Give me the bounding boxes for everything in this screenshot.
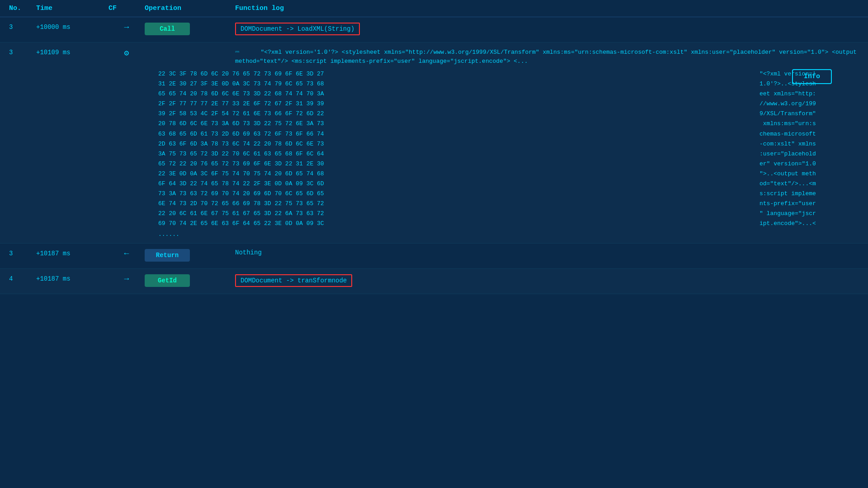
hex-column: 22 3C 3F 78 6D 6C 20 76 65 72 73 69 6F 6… [158, 69, 760, 229]
row-return-no: 3 [9, 249, 36, 257]
arrow-right-icon: → [124, 23, 129, 32]
row-call-cf: → [108, 23, 145, 32]
row-getid-time: +10187 ms [36, 274, 108, 282]
arrow-right-icon-2: → [124, 274, 129, 283]
hex-line-9: 65 72 22 20 76 65 72 73 69 6F 6E 3D 22 3… [158, 159, 760, 169]
hex-line-11: 6F 64 3D 22 74 65 78 74 22 2F 3E 0D 0A 0… [158, 179, 760, 189]
ellipsis-hex: ... [158, 231, 169, 238]
header-funclog: Function log [235, 5, 859, 12]
hex-line-6: 63 68 65 6D 61 73 2D 6D 69 63 72 6F 73 6… [158, 129, 760, 139]
table-header: No. Time CF Operation Function log [0, 0, 868, 17]
hex-line-14: 22 20 6C 61 6E 67 75 61 67 65 3D 22 6A 7… [158, 209, 760, 219]
info-button[interactable]: Info [792, 69, 832, 84]
text-line-6: chemas-microsoft [760, 129, 859, 139]
text-column: "<?xml version=' 1.0'?>..<stylesh eet xm… [760, 69, 859, 229]
row-expanded-cf: ⚙ [108, 48, 145, 58]
hex-line-13: 6E 74 73 2D 70 72 65 66 69 78 3D 22 75 7… [158, 199, 760, 209]
hex-line-2: 65 65 74 20 78 6D 6C 6E 73 3D 22 68 74 7… [158, 89, 760, 99]
row-return-cf: ← [108, 249, 145, 258]
header-operation: Operation [145, 5, 235, 12]
ellipsis-row: ... ... [9, 231, 268, 238]
hex-line-15: 69 70 74 2E 65 6E 63 6F 64 65 22 3E 0D 0… [158, 219, 760, 229]
hex-line-10: 22 3E 0D 0A 3C 6F 75 74 70 75 74 20 6D 6… [158, 169, 760, 179]
gear-icon: ⚙ [124, 48, 129, 58]
hex-line-4: 39 2F 58 53 4C 2F 54 72 61 6E 73 66 6F 7… [158, 109, 760, 119]
text-line-2: eet xmlns="http: [760, 89, 859, 99]
text-line-15: ipt.encode">...< [760, 219, 859, 229]
text-line-5: xmlns:ms="urn:s [760, 119, 859, 129]
row-getid-operation: GetId [145, 274, 235, 287]
getid-funclog-text: DOMDocument -> tranSformnode [235, 274, 352, 287]
row-getid-cf: → [108, 274, 145, 283]
hex-line-5: 20 78 6D 6C 6E 73 3A 6D 73 3D 22 75 72 6… [158, 119, 760, 129]
text-line-7: -com:xslt" xmlns [760, 139, 859, 149]
hex-text-container: 22 3C 3F 78 6D 6C 20 76 65 72 73 69 6F 6… [9, 69, 859, 229]
header-no: No. [9, 5, 36, 12]
row-return-operation: Return [145, 249, 235, 262]
call-button[interactable]: Call [145, 23, 190, 35]
row-return-time: +10187 ms [36, 249, 108, 257]
text-line-10: ">..<output meth [760, 169, 859, 179]
copy-icon[interactable]: ⎓ [235, 48, 240, 56]
arrow-left-icon: ← [124, 249, 129, 258]
row-call-operation: Call [145, 23, 235, 35]
xml-preview-text: "<?xml version='1.0'?> <stylesheet xmlns… [235, 49, 857, 65]
text-line-4: 9/XSL/Transform" [760, 109, 859, 119]
return-funclog-text: Nothing [235, 248, 262, 256]
call-funclog-text: DOMDocument -> LoadXML(String) [235, 23, 360, 35]
header-cf: CF [108, 5, 145, 12]
text-line-14: " language="jscr [760, 209, 859, 219]
hex-line-1: 31 2E 30 27 3F 3E 0D 0A 3C 73 74 79 6C 6… [158, 79, 760, 89]
hex-line-3: 2F 2F 77 77 77 2E 77 33 2E 6F 72 67 2F 3… [158, 99, 760, 109]
text-line-8: :user="placehold [760, 149, 859, 159]
expanded-top: 3 +10109 ms ⚙ ⎓ "<?xml version='1.0'?> <… [9, 48, 859, 66]
text-line-3: //www.w3.org/199 [760, 99, 859, 109]
hex-line-12: 73 3A 73 63 72 69 70 74 20 69 6D 70 6C 6… [158, 189, 760, 199]
text-line-11: od="text"/>...<m [760, 179, 859, 189]
ellipsis-text: ... [169, 231, 268, 238]
text-line-13: nts-prefix="user [760, 199, 859, 209]
row-expanded: 3 +10109 ms ⚙ ⎓ "<?xml version='1.0'?> <… [0, 42, 868, 244]
row-call: 3 +10000 ms → Call DOMDocument -> LoadXM… [0, 17, 868, 42]
hex-line-0: 22 3C 3F 78 6D 6C 20 76 65 72 73 69 6F 6… [158, 69, 760, 79]
text-line-12: s:script impleme [760, 189, 859, 199]
getid-button[interactable]: GetId [145, 274, 190, 287]
row-call-funclog: DOMDocument -> LoadXML(String) [235, 23, 859, 35]
return-button[interactable]: Return [145, 249, 190, 262]
row-expanded-no: 3 [9, 48, 36, 56]
row-getid-funclog: DOMDocument -> tranSformnode [235, 274, 859, 287]
hex-line-7: 2D 63 6F 6D 3A 78 73 6C 74 22 20 78 6D 6… [158, 139, 760, 149]
row-getid-no: 4 [9, 274, 36, 282]
row-expanded-time: +10109 ms [36, 48, 108, 56]
row-call-no: 3 [9, 23, 36, 31]
text-line-9: er" version="1.0 [760, 159, 859, 169]
row-return-funclog: Nothing [235, 249, 859, 256]
row-expanded-funclog: ⎓ "<?xml version='1.0'?> <stylesheet xml… [235, 48, 859, 66]
row-return: 3 +10187 ms ← Return Nothing [0, 244, 868, 269]
hex-line-8: 3A 75 73 65 72 3D 22 70 6C 61 63 65 68 6… [158, 149, 760, 159]
header-time: Time [36, 5, 108, 12]
row-call-time: +10000 ms [36, 23, 108, 31]
row-getid: 4 +10187 ms → GetId DOMDocument -> tranS… [0, 269, 868, 294]
